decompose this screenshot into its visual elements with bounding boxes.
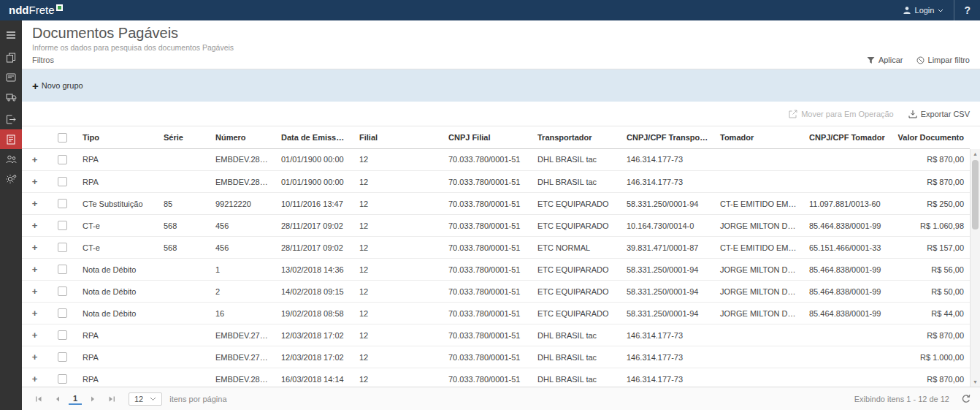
- cell-cnpj-filial: 70.033.780/0001-51: [443, 303, 532, 324]
- sidebar-item-menu[interactable]: [0, 25, 22, 45]
- chevron-down-icon: [938, 9, 943, 12]
- expand-row-button[interactable]: +: [32, 373, 38, 384]
- scroll-down-icon[interactable]: ▼: [971, 379, 980, 384]
- pager-bar: 1 12 itens por página Exibindo itens 1 -…: [22, 387, 980, 410]
- export-csv-button[interactable]: Exportar CSV: [908, 110, 970, 118]
- expand-row-button[interactable]: +: [32, 176, 38, 187]
- vertical-scrollbar[interactable]: ▲ ▼: [970, 149, 980, 387]
- page-size-dropdown[interactable]: 12: [129, 392, 162, 406]
- row-checkbox[interactable]: [58, 330, 67, 340]
- cell-cnpj-cpf-transportador: 39.831.471/0001-87: [621, 237, 714, 259]
- sidebar-item-freight[interactable]: [0, 67, 22, 87]
- first-page-button[interactable]: [31, 391, 47, 407]
- payable-documents-icon: [7, 134, 15, 145]
- column-header-valor-documento[interactable]: Valor Documento: [891, 126, 970, 148]
- expand-row-button[interactable]: +: [32, 308, 38, 319]
- column-header-transportador[interactable]: Transportador: [532, 126, 621, 148]
- cell-valor-documento: R$ 50,00: [891, 281, 970, 303]
- table-row: +RPAEMBDEV.27600-P0112/03/2018 17:021270…: [22, 324, 970, 346]
- cell-filial: 12: [353, 215, 443, 237]
- login-label: Login: [915, 6, 935, 15]
- row-checkbox[interactable]: [58, 221, 67, 230]
- cell-transportador: ETC EQUIPARADO: [532, 215, 621, 237]
- column-header-cnpj-cpf-tomador[interactable]: CNPJ/CPF Tomador: [803, 126, 891, 148]
- column-header-data-de-emissao[interactable]: Data de Emissão↑: [275, 126, 353, 148]
- select-all-checkbox[interactable]: [58, 133, 67, 143]
- row-checkbox[interactable]: [58, 177, 67, 186]
- row-checkbox[interactable]: [58, 155, 67, 164]
- cell-cnpj-cpf-transportador: 146.314.177-73: [621, 324, 714, 346]
- expand-row-button[interactable]: +: [32, 242, 38, 253]
- cell-cnpj-filial: 70.033.780/0001-51: [443, 346, 532, 368]
- row-checkbox[interactable]: [58, 374, 67, 384]
- expand-row-button[interactable]: +: [32, 264, 38, 275]
- expand-row-button[interactable]: +: [32, 286, 38, 297]
- sidebar-item-documents[interactable]: [0, 48, 22, 67]
- table-row: +RPAEMBDEV.28767-P0101/01/1900 00:001270…: [22, 171, 970, 193]
- last-page-button[interactable]: [104, 391, 120, 407]
- cell-cnpj-cpf-transportador: 146.314.177-73: [621, 171, 714, 193]
- question-icon: ?: [964, 4, 971, 16]
- row-checkbox[interactable]: [58, 286, 67, 296]
- move-to-operation-button[interactable]: Mover para Em Operação: [789, 110, 894, 118]
- column-header-cnpj-filial[interactable]: CNPJ Filial: [443, 126, 532, 148]
- cell-transportador: DHL BRASIL tac: [532, 149, 621, 171]
- filter-builder-area: + Novo grupo: [22, 69, 980, 102]
- page-title: Documentos Pagáveis: [32, 25, 970, 42]
- expand-row-button[interactable]: +: [32, 330, 38, 341]
- items-per-page-label: itens por página: [169, 395, 226, 403]
- logo-flag-icon: [56, 4, 63, 11]
- table-row: +RPAEMBDEV.27600-C0112/03/2018 17:021270…: [22, 346, 970, 368]
- expand-row-button[interactable]: +: [32, 352, 38, 362]
- data-grid: TipoSérieNúmeroData de Emissão↑FilialCNP…: [22, 126, 980, 387]
- column-header-cnpj-cpf-transportador[interactable]: CNPJ/CPF Transportador: [621, 126, 714, 148]
- row-checkbox[interactable]: [58, 199, 67, 208]
- next-page-button[interactable]: [85, 391, 101, 407]
- cell-cnpj-cpf-transportador: 58.331.250/0001-94: [621, 303, 714, 324]
- cell-tomador: JORGE MILTON DA SILVEIRA: [714, 259, 803, 281]
- table-row: +RPAEMBDEV.28765-P0101/01/1900 00:001270…: [22, 149, 970, 171]
- column-header-serie[interactable]: Série: [158, 126, 210, 148]
- cell-filial: 12: [353, 149, 443, 171]
- row-checkbox[interactable]: [58, 352, 67, 362]
- row-checkbox[interactable]: [58, 265, 67, 274]
- clear-filter-button[interactable]: Limpar filtro: [916, 56, 970, 64]
- current-page-button[interactable]: 1: [69, 392, 82, 405]
- row-checkbox[interactable]: [58, 308, 67, 318]
- cell-tipo: RPA: [77, 368, 158, 387]
- cell-valor-documento: R$ 870,00: [891, 149, 970, 171]
- sidebar-item-settings[interactable]: [0, 169, 22, 189]
- login-menu[interactable]: Login: [892, 0, 954, 20]
- sidebar-item-payable-documents[interactable]: [0, 129, 22, 149]
- sidebar-item-users[interactable]: [0, 149, 22, 169]
- cell-cnpj-filial: 70.033.780/0001-51: [443, 215, 532, 237]
- expand-row-button[interactable]: +: [32, 154, 38, 165]
- cell-numero: EMBDEV.28767-P01: [210, 171, 275, 193]
- row-checkbox[interactable]: [58, 243, 67, 252]
- column-header-tomador[interactable]: Tomador: [714, 126, 803, 148]
- cell-cnpj-cpf-tomador: [803, 324, 891, 346]
- cell-data-de-emissao: 12/03/2018 17:02: [275, 324, 353, 346]
- expand-row-button[interactable]: +: [32, 198, 38, 209]
- apply-filter-button[interactable]: Aplicar: [867, 56, 903, 64]
- scroll-up-icon[interactable]: ▲: [971, 151, 980, 156]
- sidebar-item-export[interactable]: [0, 110, 22, 129]
- cell-data-de-emissao: 28/11/2017 09:02: [275, 237, 353, 259]
- column-header-numero[interactable]: Número: [210, 126, 275, 148]
- new-group-button[interactable]: + Novo grupo: [32, 81, 83, 90]
- expand-row-button[interactable]: +: [32, 220, 38, 231]
- cell-filial: 12: [353, 324, 443, 346]
- column-header-tipo[interactable]: Tipo: [77, 126, 158, 148]
- cell-numero: EMBDEV.28766-P01: [210, 368, 275, 387]
- help-button[interactable]: ?: [954, 0, 980, 20]
- grid-toolbar: Mover para Em Operação Exportar CSV: [22, 102, 980, 126]
- prev-page-button[interactable]: [50, 391, 66, 407]
- cell-cnpj-cpf-transportador: 58.331.250/0001-94: [621, 281, 714, 303]
- sidebar-item-trips[interactable]: [0, 87, 22, 107]
- refresh-button[interactable]: [961, 394, 971, 404]
- column-header-filial[interactable]: Filial: [353, 126, 443, 148]
- user-icon: [903, 6, 911, 15]
- scrollbar-thumb[interactable]: [972, 160, 979, 229]
- cell-cnpj-cpf-transportador: 146.314.177-73: [621, 149, 714, 171]
- cell-transportador: DHL BRASIL tac: [532, 324, 621, 346]
